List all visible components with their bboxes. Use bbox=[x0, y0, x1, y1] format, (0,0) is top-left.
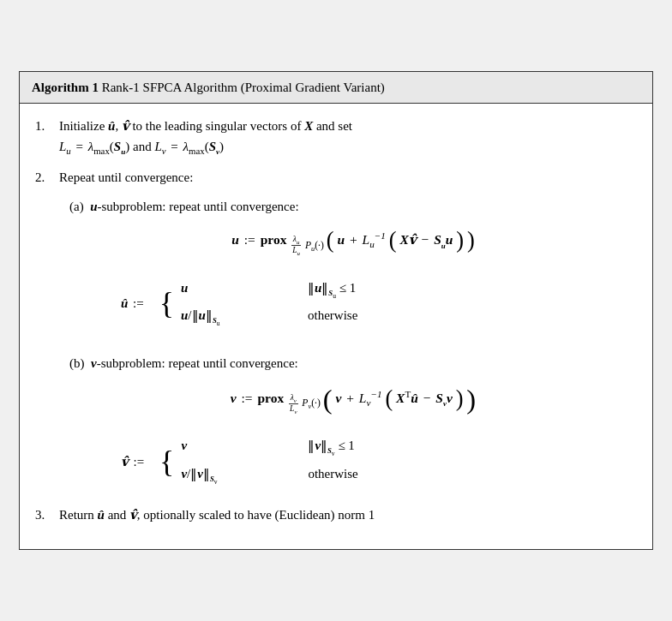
u-update-formula: u := prox λu Lu Pu(·) ( u + Lu−1 ( bbox=[69, 229, 637, 257]
v-hat-piecewise: v̂ := { v ‖v‖Sv ≤ 1 v/‖v‖Sv o bbox=[121, 435, 358, 487]
v-update-formula: v := prox λv Lv Pv(·) ( v + Lv−1 ( bbox=[69, 385, 637, 415]
step-1: 1. Initialize û, v̂ to the leading singu… bbox=[35, 116, 637, 158]
step-2-num: 2. bbox=[35, 167, 59, 188]
step-1-content: Initialize û, v̂ to the leading singular… bbox=[59, 116, 637, 158]
u-hat-piecewise: û := { u ‖u‖Su ≤ 1 u/‖u‖Su ot bbox=[121, 278, 357, 330]
algorithm-content: 1. Initialize û, v̂ to the leading singu… bbox=[20, 104, 652, 549]
step-2: 2. Repeat until convergence: (a) u-subpr… bbox=[35, 167, 637, 496]
algorithm-header: Algorithm 1 Rank-1 SFPCA Algorithm (Prox… bbox=[20, 72, 652, 104]
step-2b-label: (b) v-subproblem: repeat until convergen… bbox=[69, 353, 637, 373]
algorithm-box: Algorithm 1 Rank-1 SFPCA Algorithm (Prox… bbox=[19, 71, 653, 550]
step-2a: (a) u-subproblem: repeat until convergen… bbox=[69, 196, 637, 496]
step-3-num: 3. bbox=[35, 505, 59, 525]
step-3: 3. Return û and v̂, optionally scaled to… bbox=[35, 505, 637, 525]
step-2a-label: (a) u-subproblem: repeat until convergen… bbox=[69, 196, 637, 217]
algorithm-title: Rank-1 SFPCA Algorithm (Proximal Gradien… bbox=[102, 81, 385, 94]
step-3-content: Return û and v̂, optionally scaled to ha… bbox=[59, 505, 637, 525]
algorithm-label: Algorithm 1 bbox=[32, 81, 99, 94]
step-1-num: 1. bbox=[35, 116, 59, 136]
step-2-content: Repeat until convergence: bbox=[59, 167, 637, 188]
